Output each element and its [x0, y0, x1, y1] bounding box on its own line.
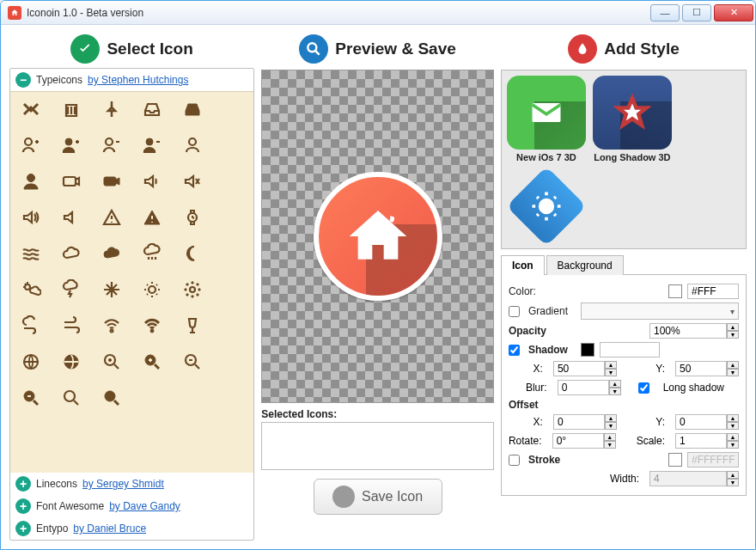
- warning-outline-icon[interactable]: [94, 205, 130, 229]
- wifi-icon[interactable]: [135, 314, 170, 338]
- spin-down[interactable]: ▼: [727, 331, 739, 339]
- volume-icon[interactable]: [14, 205, 49, 229]
- save-icon-button[interactable]: Save Icon: [314, 479, 442, 515]
- author-link[interactable]: by Sergey Shmidt: [82, 478, 164, 490]
- blank: [215, 278, 250, 302]
- user-remove-icon[interactable]: [135, 133, 170, 157]
- shadow-y-input[interactable]: [675, 361, 727, 376]
- iconset-typeicons[interactable]: − Typeicons by Stephen Hutchings: [10, 69, 253, 91]
- watch-icon[interactable]: [174, 205, 210, 229]
- svg-point-10: [149, 286, 155, 293]
- volume-off-icon[interactable]: [54, 205, 89, 229]
- expand-icon[interactable]: +: [15, 521, 31, 536]
- volume-low-icon[interactable]: [135, 169, 170, 193]
- expand-icon[interactable]: +: [15, 476, 31, 492]
- blank: [215, 314, 250, 338]
- svg-point-12: [192, 282, 193, 284]
- camera-outline-icon[interactable]: [54, 169, 89, 193]
- color-input[interactable]: [687, 284, 739, 299]
- user-icon[interactable]: [14, 169, 49, 193]
- style-new-ios7-3d[interactable]: New iOs 7 3D: [507, 76, 586, 162]
- stroke-color-input[interactable]: [687, 452, 739, 468]
- selected-icons-box[interactable]: [261, 422, 494, 470]
- svg-point-9: [25, 284, 30, 290]
- blank: [215, 169, 250, 193]
- shadow-color-input[interactable]: [600, 342, 660, 358]
- zoom-out-outline-icon[interactable]: [174, 350, 210, 374]
- scale-input[interactable]: [675, 433, 727, 449]
- waves-icon[interactable]: [14, 241, 49, 266]
- gradient-dropdown[interactable]: ▾: [581, 302, 739, 320]
- inbox-full-icon[interactable]: [174, 97, 210, 121]
- scissors-icon[interactable]: [14, 97, 49, 121]
- wind2-icon[interactable]: [54, 314, 89, 338]
- longshadow-checkbox[interactable]: [638, 382, 649, 394]
- svg-point-15: [198, 289, 200, 290]
- zoom-in-outline-icon[interactable]: [94, 350, 130, 374]
- expand-icon[interactable]: +: [15, 498, 31, 514]
- iconset-linecons[interactable]: + Linecons by Sergey Shmidt: [10, 473, 253, 495]
- globe-icon[interactable]: [54, 350, 89, 374]
- cloud-icon[interactable]: [54, 241, 89, 266]
- author-link[interactable]: by Dave Gandy: [109, 500, 180, 512]
- zoom-out-icon[interactable]: [14, 386, 49, 410]
- shadow-x-input[interactable]: [553, 361, 605, 376]
- globe-outline-icon[interactable]: [14, 350, 49, 374]
- droplet-icon: [568, 34, 597, 64]
- style-diamond[interactable]: [507, 169, 586, 243]
- tab-background[interactable]: Background: [546, 255, 624, 275]
- author-link[interactable]: by Daniel Bruce: [73, 522, 146, 535]
- shadow-checkbox[interactable]: [509, 345, 520, 356]
- sun-dots-icon[interactable]: [174, 278, 210, 302]
- trash-icon[interactable]: [54, 97, 89, 121]
- author-link[interactable]: by Stephen Hutchings: [88, 74, 188, 86]
- search-icon[interactable]: [94, 386, 130, 410]
- gradient-checkbox[interactable]: [509, 306, 520, 317]
- zoom-in-icon[interactable]: [135, 350, 170, 374]
- shadow-color-swatch[interactable]: [581, 343, 594, 357]
- user-add-outline-icon[interactable]: [14, 133, 49, 157]
- sun-icon[interactable]: [135, 278, 170, 302]
- rotate-input[interactable]: [552, 433, 604, 449]
- offset-y-input[interactable]: [675, 414, 727, 430]
- minimize-button[interactable]: —: [650, 4, 680, 21]
- width-input[interactable]: [649, 471, 727, 486]
- rain-icon[interactable]: [135, 241, 170, 266]
- app-icon: [8, 6, 21, 20]
- color-swatch[interactable]: [668, 284, 682, 298]
- camera-icon[interactable]: [94, 169, 130, 193]
- inbox-icon[interactable]: [135, 97, 170, 121]
- iconset-fontawesome[interactable]: + Font Awesome by Dave Gandy: [10, 495, 253, 517]
- opacity-input[interactable]: [649, 323, 727, 339]
- pin-icon[interactable]: [94, 97, 130, 121]
- wind-icon[interactable]: [14, 314, 49, 338]
- blank: [215, 133, 250, 157]
- user-add-icon[interactable]: [54, 133, 89, 157]
- close-button[interactable]: ✕: [714, 4, 753, 21]
- stroke-checkbox[interactable]: [509, 455, 520, 466]
- wine-icon[interactable]: [174, 314, 210, 338]
- cloud-fill-icon[interactable]: [94, 241, 130, 266]
- offset-x-input[interactable]: [553, 414, 605, 430]
- volume-mute-icon[interactable]: [174, 169, 210, 193]
- moon-icon[interactable]: [174, 241, 210, 266]
- user-outline-icon[interactable]: [174, 133, 210, 157]
- storm-icon[interactable]: [54, 278, 89, 302]
- svg-point-3: [146, 138, 153, 145]
- spin-up[interactable]: ▲: [727, 323, 739, 331]
- snow-icon[interactable]: [94, 278, 130, 302]
- stroke-swatch[interactable]: [668, 453, 682, 467]
- iconset-entypo[interactable]: + Entypo by Daniel Bruce: [10, 517, 253, 540]
- maximize-button[interactable]: ☐: [682, 4, 711, 21]
- partly-cloudy-icon[interactable]: [14, 278, 49, 302]
- tab-icon[interactable]: Icon: [501, 255, 545, 275]
- user-remove-outline-icon[interactable]: [94, 133, 130, 157]
- blur-input[interactable]: [558, 380, 609, 395]
- collapse-icon[interactable]: −: [15, 72, 31, 88]
- search-outline-icon[interactable]: [54, 386, 89, 410]
- style-long-shadow-3d[interactable]: Long Shadow 3D: [593, 76, 672, 162]
- wifi-outline-icon[interactable]: [94, 314, 130, 338]
- icon-grid[interactable]: [10, 91, 253, 473]
- svg-point-1: [65, 138, 72, 145]
- warning-icon[interactable]: [135, 205, 170, 229]
